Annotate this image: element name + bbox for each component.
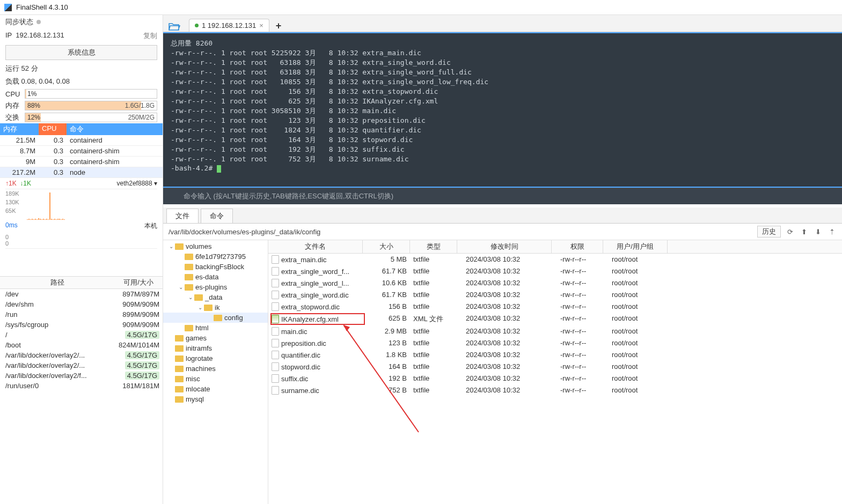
file-row[interactable]: suffix.dic192 Btxtfile2024/03/08 10:32-r… — [268, 373, 842, 384]
folder-open-icon[interactable] — [167, 21, 181, 32]
tab-label: 1 192.168.12.131 — [202, 21, 256, 29]
upload-icon[interactable]: ⬆ — [799, 227, 809, 236]
load-text: 负载 0.08, 0.04, 0.08 — [0, 75, 163, 88]
close-icon[interactable]: × — [259, 21, 263, 29]
pathbar: /var/lib/docker/volumes/es-plugins/_data… — [163, 224, 842, 240]
folder-tree[interactable]: ⌄volumes6fe1d79f273795backingFsBlockes-d… — [163, 240, 268, 504]
file-row[interactable]: extra_single_word.dic61.7 KBtxtfile2024/… — [268, 289, 842, 301]
disk-row[interactable]: /boot824M/1014M — [0, 340, 163, 350]
file-icon — [272, 362, 279, 371]
tree-item[interactable]: games — [163, 333, 268, 343]
tree-item[interactable]: backingFsBlock — [163, 262, 268, 272]
process-row[interactable]: 217.2M0.3node — [0, 167, 163, 178]
folder-icon — [175, 345, 184, 352]
disk-row[interactable]: /run899M/909M — [0, 309, 163, 320]
file-row[interactable]: surname.dic752 Btxtfile2024/03/08 10:32-… — [268, 384, 842, 396]
tree-item[interactable]: ⌄ik — [163, 302, 268, 313]
file-row[interactable]: extra_main.dic5 MBtxtfile2024/03/08 10:3… — [268, 254, 842, 265]
swap-row: 交换 12%250M/2G — [0, 112, 163, 123]
file-row[interactable]: main.dic2.9 MBtxtfile2024/03/08 10:32-rw… — [268, 325, 842, 337]
sync-dot-icon — [36, 20, 41, 24]
file-row[interactable]: IKAnalyzer.cfg.xml625 BXML 文件2024/03/08 … — [268, 313, 842, 325]
tree-item[interactable]: misc — [163, 374, 268, 384]
tree-item[interactable]: 6fe1d79f273795 — [163, 251, 268, 262]
tree-item[interactable]: initramfs — [163, 343, 268, 353]
col-cpu[interactable]: CPU — [39, 123, 67, 135]
session-tab[interactable]: 1 192.168.12.131 × — [189, 19, 269, 32]
tree-item[interactable]: html — [163, 323, 268, 333]
disk-row[interactable]: /run/user/0181M/181M — [0, 381, 163, 391]
col-avail[interactable]: 可用/大小 — [114, 277, 163, 288]
swap-label: 交换 — [5, 113, 21, 122]
process-row[interactable]: 8.7M0.3containerd-shim — [0, 146, 163, 157]
content: 1 192.168.12.131 × + 总用量 8260 -rw-r--r--… — [163, 15, 842, 504]
file-icon — [272, 279, 279, 287]
folder-icon — [175, 396, 184, 403]
history-button[interactable]: 历史 — [757, 226, 781, 238]
disk-row[interactable]: /dev897M/897M — [0, 289, 163, 299]
file-row[interactable]: stopword.dic164 Btxtfile2024/03/08 10:32… — [268, 361, 842, 373]
iface-select[interactable]: veth2ef8888 ▾ — [117, 180, 157, 187]
tree-item[interactable]: mysql — [163, 394, 268, 404]
tree-item[interactable]: ⌄volumes — [163, 241, 268, 251]
current-path[interactable]: /var/lib/docker/volumes/es-plugins/_data… — [169, 228, 755, 236]
net-header: ↑1K ↓1K veth2ef8888 ▾ — [0, 178, 163, 189]
col-user[interactable]: 用户/用户组 — [603, 240, 668, 253]
process-row[interactable]: 21.5M0.3containerd — [0, 135, 163, 146]
mem-bar: 88%1.6G/1.8G — [25, 101, 157, 110]
disk-row[interactable]: /sys/fs/cgroup909M/909M — [0, 320, 163, 330]
col-cmd[interactable]: 命令 — [67, 123, 163, 135]
col-path[interactable]: 路径 — [0, 277, 114, 288]
disk-row[interactable]: /dev/shm909M/909M — [0, 299, 163, 309]
col-filename[interactable]: 文件名 — [268, 240, 363, 253]
new-tab-button[interactable]: + — [273, 20, 285, 32]
file-list-header[interactable]: 文件名 大小 类型 修改时间 权限 用户/用户组 — [268, 240, 842, 254]
file-row[interactable]: extra_single_word_f...61.7 KBtxtfile2024… — [268, 265, 842, 277]
cpu-row: CPU 1% — [0, 88, 163, 100]
sysinfo-button[interactable]: 系统信息 — [5, 45, 157, 60]
ping-host-select[interactable]: 本机 — [144, 221, 157, 231]
disk-row[interactable]: /4.5G/17G — [0, 330, 163, 340]
tree-item[interactable]: es-data — [163, 272, 268, 282]
tree-item[interactable]: ⌄_data — [163, 292, 268, 302]
file-icon — [272, 302, 279, 311]
col-mem[interactable]: 内存 — [0, 123, 39, 135]
tab-files[interactable]: 文件 — [166, 209, 199, 223]
disk-row[interactable]: /var/lib/docker/overlay2/...4.5G/17G — [0, 350, 163, 360]
process-header[interactable]: 内存 CPU 命令 — [0, 123, 163, 135]
col-date[interactable]: 修改时间 — [457, 240, 552, 253]
file-manager: ⌄volumes6fe1d79f273795backingFsBlockes-d… — [163, 240, 842, 504]
folder-icon — [175, 335, 184, 342]
col-type[interactable]: 类型 — [410, 240, 457, 253]
disk-row[interactable]: /var/lib/docker/overlay2/f...4.5G/17G — [0, 370, 163, 381]
file-row[interactable]: extra_single_word_l...10.6 KBtxtfile2024… — [268, 277, 842, 289]
swap-bar: 12%250M/2G — [25, 113, 157, 122]
command-input[interactable]: 命令输入 (按ALT键提示历史,TAB键路径,ESC键返回,双击CTRL切换) — [163, 188, 842, 204]
copy-button[interactable]: 复制 — [143, 31, 157, 41]
disk-header[interactable]: 路径 可用/大小 — [0, 276, 163, 289]
col-size[interactable]: 大小 — [363, 240, 410, 253]
tree-item[interactable]: ⌄es-plugins — [163, 282, 268, 292]
cpu-bar: 1% — [25, 89, 157, 99]
file-list[interactable]: 文件名 大小 类型 修改时间 权限 用户/用户组 extra_main.dic5… — [268, 240, 842, 504]
tab-commands[interactable]: 命令 — [201, 209, 233, 223]
download-icon[interactable]: ⬇ — [813, 227, 823, 236]
col-perm[interactable]: 权限 — [552, 240, 603, 253]
file-icon — [272, 267, 279, 276]
folder-icon — [175, 355, 184, 362]
upload2-icon[interactable]: ⇡ — [827, 227, 837, 236]
process-row[interactable]: 9M0.3containerd-shim — [0, 157, 163, 167]
file-row[interactable]: quantifier.dic1.8 KBtxtfile2024/03/08 10… — [268, 349, 842, 361]
file-icon — [272, 351, 279, 359]
folder-icon — [194, 294, 203, 301]
disk-row[interactable]: /var/lib/docker/overlay2/...4.5G/17G — [0, 360, 163, 370]
file-row[interactable]: extra_stopword.dic156 Btxtfile2024/03/08… — [268, 301, 842, 313]
terminal[interactable]: 总用量 8260 -rw-r--r--. 1 root root 5225922… — [163, 32, 842, 188]
tree-item[interactable]: machines — [163, 364, 268, 374]
tree-item[interactable]: logrotate — [163, 353, 268, 364]
tree-item[interactable]: mlocate — [163, 384, 268, 394]
refresh-icon[interactable]: ⟳ — [785, 227, 795, 236]
file-icon — [272, 315, 279, 323]
tree-item[interactable]: config — [163, 313, 268, 323]
file-row[interactable]: preposition.dic123 Btxtfile2024/03/08 10… — [268, 337, 842, 349]
